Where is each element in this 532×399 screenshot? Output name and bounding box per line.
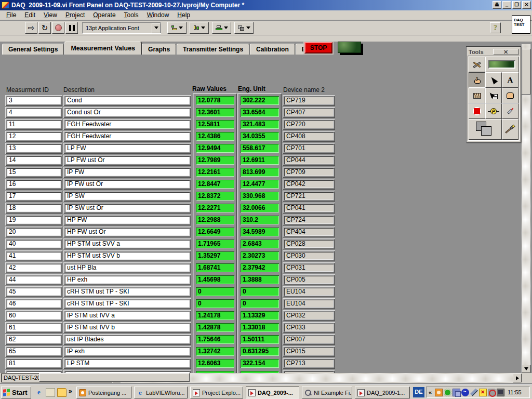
menu-item[interactable]: View — [39, 10, 61, 20]
tab[interactable]: Measurement Values — [64, 42, 141, 55]
description-field[interactable]: cRH STM ust TP - SKI — [65, 300, 190, 308]
resize-objects-dropdown[interactable] — [212, 22, 231, 34]
quick-launch-ie-icon[interactable]: e — [34, 388, 44, 397]
measurement-id-field[interactable]: 17 — [7, 192, 61, 200]
align-objects-dropdown[interactable] — [167, 22, 187, 34]
description-field[interactable]: LP FW ust Or — [65, 156, 190, 164]
tray-chevron[interactable]: « — [429, 389, 434, 396]
tray-alert-icon[interactable] — [479, 389, 487, 396]
tray-clock-icon[interactable] — [435, 389, 443, 396]
menu-item[interactable]: Edit — [20, 10, 39, 20]
vertical-scrollbar-thumb[interactable] — [522, 49, 530, 95]
description-field[interactable]: HP STM ust SVV a — [65, 240, 190, 248]
scroll-tool[interactable] — [502, 88, 518, 103]
run-continuously-button[interactable]: ↻ — [38, 22, 51, 34]
measurement-id-field[interactable]: 14 — [7, 156, 61, 164]
description-field[interactable]: LP FW — [65, 144, 190, 152]
taskbar-button[interactable]: DAQ_2009-... — [246, 387, 299, 398]
print-window-button[interactable]: 🖶 — [493, 1, 501, 9]
wire-tool[interactable] — [469, 88, 485, 103]
measurement-id-field[interactable]: 18 — [7, 204, 61, 212]
tab[interactable]: General Settings — [2, 44, 64, 55]
pause-button[interactable] — [65, 22, 78, 34]
description-field[interactable]: Cond — [65, 97, 190, 104]
tray-mute-icon[interactable] — [488, 389, 496, 396]
scroll-right-button[interactable] — [513, 374, 522, 382]
quick-launch-desktop-icon[interactable] — [46, 388, 55, 397]
description-field[interactable]: IP exh — [65, 348, 190, 355]
description-field[interactable]: LP STM — [65, 360, 190, 367]
measurement-id-field[interactable]: 44 — [7, 276, 61, 284]
measurement-id-field[interactable]: 20 — [7, 228, 61, 236]
font-selector-dropdown[interactable] — [152, 23, 161, 33]
vi-icon[interactable]: DAQ TEST — [512, 15, 530, 34]
measurement-id-field[interactable]: 62 — [7, 336, 61, 343]
description-field[interactable]: IP STM ust IVV b — [65, 324, 190, 331]
description-field[interactable]: FGH Feedwater — [65, 121, 190, 128]
measurement-id-field[interactable]: 40 — [7, 240, 61, 248]
quick-launch-folder-icon[interactable] — [57, 388, 66, 397]
measurement-id-field[interactable]: 41 — [7, 252, 61, 260]
set-color-tool[interactable] — [469, 119, 502, 140]
menu-item[interactable]: Window — [143, 10, 174, 20]
taskbar-button[interactable]: DAQ_2009-1... — [355, 387, 410, 398]
taskbar-button[interactable]: eLabVIEWforu... — [134, 387, 188, 398]
taskbar-button[interactable]: NI Example Fi... — [302, 387, 352, 398]
boolean-indicator-led[interactable] — [338, 42, 361, 53]
menu-item[interactable]: Project — [61, 10, 89, 20]
description-field[interactable]: HP STM ust SVV b — [65, 252, 190, 260]
tray-network-icon[interactable] — [453, 389, 460, 396]
description-field[interactable]: IP SW — [65, 192, 190, 200]
tray-pen-icon[interactable] — [470, 389, 478, 396]
measurement-id-field[interactable]: 3 — [7, 97, 61, 104]
menu-item[interactable]: File — [2, 10, 20, 20]
description-field[interactable]: HP FW — [65, 216, 190, 224]
measurement-id-field[interactable]: 45 — [7, 288, 61, 296]
distribute-objects-dropdown[interactable] — [190, 22, 209, 34]
menu-item[interactable]: Tools — [120, 10, 143, 20]
measurement-id-field[interactable]: 65 — [7, 348, 61, 355]
font-selector[interactable]: 13pt Application Font — [82, 22, 161, 34]
description-field[interactable]: ust IP Blades — [65, 336, 190, 343]
menu-item[interactable]: Operate — [89, 10, 119, 20]
description-field[interactable]: Cond ust Or — [65, 109, 190, 116]
description-field[interactable]: IP STM ust IVV a — [65, 312, 190, 320]
tray-wave-icon[interactable] — [461, 389, 469, 396]
context-help-button[interactable]: ? — [490, 22, 501, 33]
description-field[interactable]: IP FW ust Or — [65, 180, 190, 188]
menu-item[interactable]: Help — [173, 10, 194, 20]
taskbar-button[interactable]: Posteingang ... — [76, 387, 131, 398]
measurement-id-field[interactable]: 42 — [7, 264, 61, 272]
measurement-id-field[interactable]: 15 — [7, 168, 61, 176]
tab[interactable]: Transmitter Settings — [177, 44, 249, 55]
run-button[interactable]: ⇨ — [25, 22, 37, 34]
measurement-id-field[interactable]: 60 — [7, 312, 61, 320]
abort-button[interactable] — [52, 22, 64, 34]
tray-sync-icon[interactable] — [444, 389, 451, 396]
measurement-id-field[interactable]: 4 — [7, 109, 61, 116]
language-indicator[interactable]: DE — [413, 387, 424, 397]
tab[interactable]: Calibration — [250, 44, 295, 55]
measurement-id-field[interactable]: 11 — [7, 121, 61, 128]
measurement-id-field[interactable]: 46 — [7, 300, 61, 308]
shortcut-menu-tool[interactable] — [485, 88, 502, 103]
tab[interactable]: Graphs — [142, 44, 176, 55]
description-field[interactable]: HP FW ust Or — [65, 228, 190, 236]
paint-tool[interactable] — [502, 119, 518, 140]
breakpoint-tool[interactable] — [469, 103, 485, 119]
description-field[interactable]: IP SW ust Or — [65, 204, 190, 212]
close-button[interactable]: ✕ — [522, 1, 531, 9]
vertical-scrollbar[interactable] — [522, 44, 530, 373]
measurement-id-field[interactable]: 61 — [7, 324, 61, 331]
auto-tool-button[interactable] — [469, 57, 485, 72]
tools-palette-close-icon[interactable]: ✕ — [493, 49, 518, 55]
minimize-button[interactable]: _ — [502, 1, 511, 9]
measurement-id-field[interactable]: 16 — [7, 180, 61, 188]
edit-text-tool[interactable]: A — [502, 72, 518, 88]
measurement-id-field[interactable]: 12 — [7, 132, 61, 140]
position-tool[interactable] — [485, 72, 502, 88]
operate-value-tool[interactable] — [469, 72, 485, 88]
start-button[interactable]: Start — [1, 387, 31, 398]
description-field[interactable]: IP FW — [65, 168, 190, 176]
taskbar-button[interactable]: Project Explo... — [190, 387, 243, 398]
